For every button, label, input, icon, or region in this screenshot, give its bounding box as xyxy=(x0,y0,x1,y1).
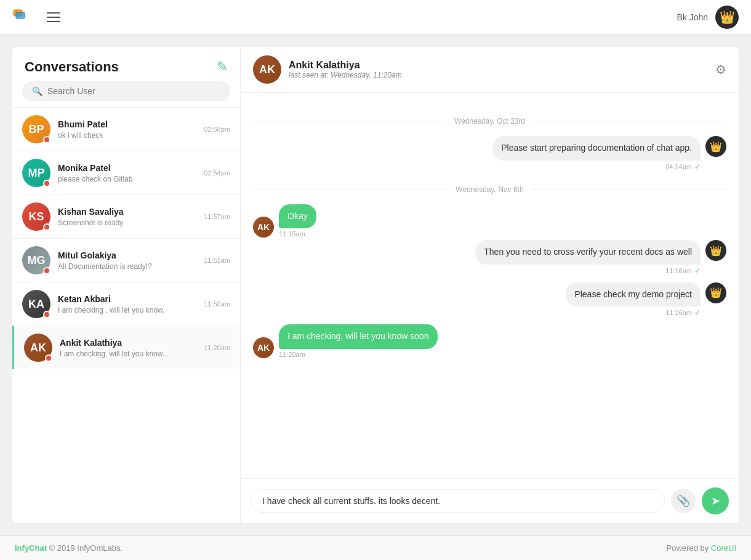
conv-name: Mitul Golakiya xyxy=(58,250,199,260)
header-right: Bk John 👑 xyxy=(677,6,739,29)
conv-info: Ankit Kalathiya I am checking. will let … xyxy=(60,338,199,358)
message-bubble: Then you need to cross verify your recen… xyxy=(475,240,701,265)
message-bubble: Please start preparing documentation of … xyxy=(492,136,701,161)
message-bubble: Okay xyxy=(279,204,316,229)
footer-brand: InfyChat xyxy=(15,543,47,553)
message-bubble: I am checking. will let you know soon xyxy=(279,324,438,349)
online-indicator xyxy=(43,223,50,231)
conv-info: Monika Patel please check on Gitlab xyxy=(58,163,199,183)
online-indicator xyxy=(43,180,50,187)
message-time: 11:16am xyxy=(665,309,692,316)
conv-preview: I am checking , will let you know. xyxy=(58,306,199,314)
compose-icon[interactable]: ✎ xyxy=(217,59,228,75)
message-bubble-wrap: Please start preparing documentation of … xyxy=(492,136,701,171)
date-divider: Wednesday, Oct 23rd xyxy=(253,115,726,126)
list-item[interactable]: MG Mitul Golakiya All Documentation is r… xyxy=(12,238,240,282)
conv-time: 11:57am xyxy=(204,213,230,220)
message-avatar: AK xyxy=(253,337,274,358)
conv-preview: All Documentation is ready!? xyxy=(58,262,199,271)
avatar-wrap: MG xyxy=(22,246,50,274)
avatar-wrap: MP xyxy=(22,159,50,187)
attach-button[interactable]: 📎 xyxy=(671,489,696,513)
footer-powered-text: Powered by xyxy=(667,543,711,553)
footer-coreui: CoreUI xyxy=(711,543,736,553)
conv-name: Kishan Savaliya xyxy=(58,207,199,217)
message-meta: 11:16am ✓ xyxy=(665,266,701,275)
conv-name: Monika Patel xyxy=(58,163,199,173)
sender-avatar: 👑 xyxy=(705,240,726,261)
conv-time: 11:20am xyxy=(204,344,230,351)
message-time: 11:16am xyxy=(665,267,692,274)
check-icon: ✓ xyxy=(694,266,701,275)
hamburger-icon[interactable] xyxy=(47,12,60,22)
list-item[interactable]: KS Kishan Savaliya Screenshot is ready 1… xyxy=(12,194,240,238)
chat-header: AK Ankit Kalathiya last seen at: Wednesd… xyxy=(241,47,739,93)
search-box[interactable]: 🔍 xyxy=(22,81,230,101)
search-input[interactable] xyxy=(47,86,220,96)
message-meta: 11:15am xyxy=(279,230,305,238)
message-row: AK I am checking. will let you know soon… xyxy=(253,324,726,358)
conv-info: Ketan Akbari I am checking , will let yo… xyxy=(58,294,199,314)
message-bubble-wrap: I am checking. will let you know soon 11… xyxy=(279,324,438,358)
chat-contact-avatar: AK xyxy=(253,55,281,84)
user-avatar[interactable]: 👑 xyxy=(715,6,739,29)
conv-name: Bhumi Patel xyxy=(58,119,199,129)
check-icon: ✓ xyxy=(694,308,701,317)
chat-header-info: Ankit Kalathiya last seen at: Wednesday,… xyxy=(289,60,715,79)
online-indicator xyxy=(43,267,50,274)
message-input[interactable] xyxy=(251,489,665,513)
message-time: 11:15am xyxy=(279,230,305,238)
header-username: Bk John xyxy=(677,12,708,22)
date-label: Wednesday, Oct 23rd xyxy=(447,117,532,126)
main-content: Conversations ✎ 🔍 BP Bhumi Patel ok i wi… xyxy=(0,34,751,535)
message-bubble: Please check my demo project xyxy=(566,282,701,307)
list-item[interactable]: MP Monika Patel please check on Gitlab 0… xyxy=(12,151,240,194)
conv-name: Ketan Akbari xyxy=(58,294,199,304)
message-row: AK Okay 11:15am xyxy=(253,204,726,238)
send-button[interactable]: ➤ xyxy=(702,487,729,514)
conv-preview: Screenshot is ready xyxy=(58,218,199,227)
chat-input-area: 📎 ➤ xyxy=(241,478,739,523)
avatar-wrap: AK xyxy=(24,334,52,362)
conv-name: Ankit Kalathiya xyxy=(60,338,199,348)
chat-contact-status: last seen at: Wednesday, 11:20am xyxy=(289,71,715,79)
search-icon: 🔍 xyxy=(32,86,42,96)
messages-area: Wednesday, Oct 23rd Please start prepari… xyxy=(241,93,739,478)
footer-right: Powered by CoreUI xyxy=(667,543,736,553)
message-avatar: AK xyxy=(253,217,274,238)
avatar-wrap: KA xyxy=(22,290,50,318)
message-row: Please start preparing documentation of … xyxy=(253,136,726,171)
crown-icon: 👑 xyxy=(720,10,735,25)
sidebar-title: Conversations xyxy=(25,59,119,75)
list-item[interactable]: AK Ankit Kalathiya I am checking. will l… xyxy=(12,326,240,369)
avatar-wrap: BP xyxy=(22,115,50,143)
conv-info: Kishan Savaliya Screenshot is ready xyxy=(58,207,199,227)
chat-contact-name: Ankit Kalathiya xyxy=(289,60,715,71)
message-time: 11:20am xyxy=(279,351,305,358)
logo-icon[interactable] xyxy=(12,7,34,27)
sender-avatar: 👑 xyxy=(705,282,726,303)
conversation-list: BP Bhumi Patel ok i will check 02:58pm M… xyxy=(12,107,240,523)
message-bubble-wrap: Okay 11:15am xyxy=(279,204,316,238)
sender-avatar: 👑 xyxy=(705,136,726,157)
online-indicator xyxy=(43,311,50,318)
list-item[interactable]: BP Bhumi Patel ok i will check 02:58pm xyxy=(12,107,240,151)
list-item[interactable]: KA Ketan Akbari I am checking , will let… xyxy=(12,282,240,326)
header-left xyxy=(12,7,60,27)
message-meta: 11:16am ✓ xyxy=(665,308,701,317)
conv-time: 02:58pm xyxy=(204,126,230,133)
message-time: 04:14pm xyxy=(665,163,692,170)
conv-time: 11:50am xyxy=(204,300,230,308)
send-icon: ➤ xyxy=(711,494,720,508)
conv-preview: I am checking. will let you know... xyxy=(60,350,199,358)
sidebar: Conversations ✎ 🔍 BP Bhumi Patel ok i wi… xyxy=(12,47,240,523)
conv-preview: ok i will check xyxy=(58,131,199,140)
message-row: Please check my demo project 11:16am ✓ 👑 xyxy=(253,282,726,318)
online-indicator xyxy=(43,136,50,143)
message-bubble-wrap: Then you need to cross verify your recen… xyxy=(475,240,701,275)
message-bubble-wrap: Please check my demo project 11:16am ✓ xyxy=(566,282,701,318)
settings-icon[interactable]: ⚙ xyxy=(715,62,726,77)
conv-preview: please check on Gitlab xyxy=(58,175,199,183)
conv-time: 11:51am xyxy=(204,257,230,264)
conv-info: Bhumi Patel ok i will check xyxy=(58,119,199,140)
